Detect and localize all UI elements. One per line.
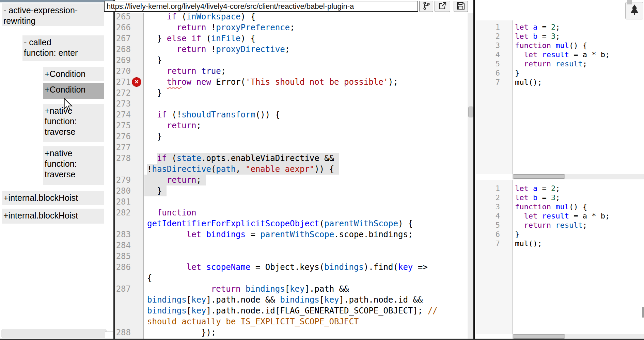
- mouse-cursor: [63, 98, 73, 113]
- code-line[interactable]: return !proxyDirective;: [115, 44, 468, 55]
- code-line[interactable]: {: [115, 273, 468, 284]
- snippet-code-line[interactable]: return result;: [515, 221, 587, 230]
- open-external-icon: [438, 1, 447, 12]
- tree-item-2[interactable]: +Condition: [43, 67, 104, 81]
- code-line[interactable]: should actually be IS_EXPLICIT_SCOPE_OBJ…: [115, 316, 468, 327]
- code-line[interactable]: [115, 142, 468, 153]
- snippet-line-number: 6: [476, 230, 500, 239]
- snippet-line-number: 7: [476, 78, 500, 87]
- snippet-code-line[interactable]: return result;: [515, 59, 587, 68]
- code-line[interactable]: }: [115, 131, 468, 142]
- save-button[interactable]: [454, 1, 468, 12]
- code-line[interactable]: !hasDirective(path, "enable aexpr")) {: [115, 164, 468, 175]
- snippet-gutter-separator: [512, 180, 513, 334]
- snippet-line-number: 5: [476, 59, 500, 68]
- tree-item-3[interactable]: +Condition: [43, 83, 104, 99]
- code-line[interactable]: getIdentifierForExplicitScopeObject(pare…: [115, 218, 468, 229]
- code-line[interactable]: let bindings = parentWithScope.scope.bin…: [115, 229, 468, 240]
- tree-view-button[interactable]: [625, 2, 643, 19]
- code-line[interactable]: }: [115, 55, 468, 66]
- git-branch-icon: [422, 1, 430, 12]
- code-line[interactable]: [115, 196, 468, 207]
- snippet-horizontal-scrollbar[interactable]: [512, 174, 644, 179]
- snippet-line-number: 4: [476, 50, 500, 59]
- tree-item-6[interactable]: +internal.blockHoist: [2, 191, 104, 205]
- snippet-gutter-separator: [512, 20, 513, 174]
- code-line[interactable]: return;: [115, 175, 468, 185]
- snippet-code-line[interactable]: function mul() {: [515, 41, 587, 50]
- code-line[interactable]: [115, 98, 468, 109]
- snippet-code-line[interactable]: function mul() {: [515, 202, 587, 211]
- window-bottom-border: [0, 339, 644, 340]
- snippet-line-number: 1: [476, 184, 500, 193]
- snippet-line-number: 5: [476, 221, 500, 230]
- fir-tree-icon: [629, 4, 640, 18]
- code-line[interactable]: return;: [115, 120, 468, 131]
- sidebar-scrollbar-corner: [105, 331, 113, 339]
- snippet-code-line[interactable]: let result = a * b;: [515, 211, 610, 221]
- snippet-code-line[interactable]: let b = 3;: [515, 193, 560, 202]
- snippet-line-number: 4: [476, 211, 500, 221]
- editor-vertical-scrollbar[interactable]: [468, 0, 473, 339]
- snippet-scrollbar-thumb[interactable]: [513, 334, 565, 339]
- code-line[interactable]: return true;: [115, 66, 468, 77]
- open-external-button[interactable]: [435, 1, 450, 12]
- sidebar-top-accent-bar: [0, 0, 113, 2]
- snippet-line-number: 2: [476, 193, 500, 202]
- snippet-line-number: 3: [476, 41, 500, 50]
- code-line[interactable]: throw new Error('This should not be poss…: [115, 77, 468, 87]
- code-line[interactable]: }: [115, 185, 468, 196]
- code-editor[interactable]: 265 if (inWorkspace) {266 return !proxyP…: [115, 0, 468, 339]
- snippet-line-number: 3: [476, 202, 500, 211]
- code-line[interactable]: }: [115, 87, 468, 98]
- snippet-code-line[interactable]: mul();: [515, 239, 542, 248]
- snippet-line-number: 1: [476, 22, 500, 32]
- snippet-code-line[interactable]: mul();: [515, 78, 542, 87]
- tree-item-1[interactable]: - called function: enter: [22, 35, 104, 61]
- trace-tree-sidebar: - active-expression- rewriting- called f…: [0, 0, 113, 339]
- code-line[interactable]: } else if (inFile) {: [115, 33, 468, 44]
- git-branch-button[interactable]: [419, 1, 433, 12]
- panel-scrollbar-thumb[interactable]: [627, 0, 632, 4]
- code-line[interactable]: bindings[key].path.node && bindings[key]…: [115, 294, 468, 305]
- tree-item-4[interactable]: +native function: traverse: [43, 104, 104, 142]
- error-marker-icon[interactable]: ×: [132, 77, 141, 87]
- snippet-code-line[interactable]: let result = a * b;: [515, 50, 610, 59]
- tree-item-5[interactable]: +native function: traverse: [43, 146, 104, 185]
- lively-ide-window: - active-expression- rewriting- called f…: [0, 0, 644, 340]
- sidebar-horizontal-scrollbar[interactable]: [1, 329, 107, 338]
- code-line[interactable]: [115, 251, 468, 262]
- snippet-code-line[interactable]: let a = 2;: [515, 22, 560, 32]
- snippet-scrollbar-thumb[interactable]: [513, 174, 565, 179]
- code-line[interactable]: bindings[key].path.node.id[FLAG_GENERATE…: [115, 305, 468, 316]
- code-snippet-panel: 1let a = 2;2let b = 3;3function mul() {4…: [475, 0, 644, 339]
- tree-item-7[interactable]: +internal.blockHoist: [2, 209, 104, 224]
- save-icon: [456, 1, 465, 12]
- code-line[interactable]: return bindings[key].path &&: [115, 284, 468, 294]
- tree-item-0[interactable]: - active-expression- rewriting: [2, 3, 104, 26]
- snippet-code-line[interactable]: let b = 3;: [515, 32, 560, 41]
- snippet-code-line[interactable]: let a = 2;: [515, 184, 560, 193]
- editor-scrollbar-thumb[interactable]: [468, 107, 473, 117]
- snippet-line-number: 6: [476, 68, 500, 78]
- snippet-line-number: 7: [476, 239, 500, 248]
- code-line[interactable]: });: [115, 327, 468, 338]
- code-line[interactable]: function: [115, 207, 468, 218]
- code-line[interactable]: let scopeName = Object.keys(bindings).fi…: [115, 262, 468, 273]
- snippet-code-line[interactable]: }: [515, 68, 519, 78]
- snippet-code-line[interactable]: }: [515, 230, 519, 239]
- code-line[interactable]: [115, 240, 468, 251]
- panel-scrollbar-bit[interactable]: [642, 307, 644, 318]
- url-input[interactable]: [104, 1, 418, 12]
- code-line[interactable]: if (state.opts.enableViaDirective &&: [115, 153, 468, 164]
- snippet-line-number: 2: [476, 32, 500, 41]
- code-line[interactable]: if (!shouldTransform()) {: [115, 109, 468, 120]
- code-line[interactable]: return !proxyPreference;: [115, 22, 468, 33]
